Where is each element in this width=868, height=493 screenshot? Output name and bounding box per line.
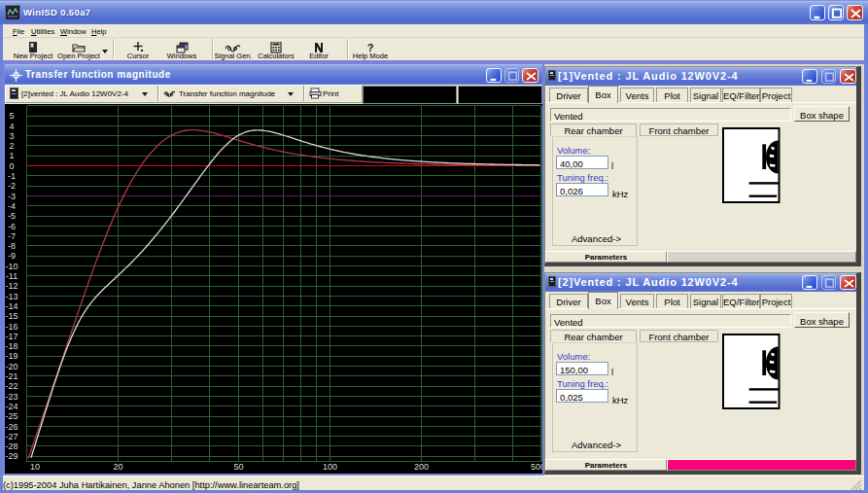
svg-text:3: 3 [9,131,14,141]
svg-text:-2: -2 [8,181,16,191]
svg-text:-24: -24 [5,402,17,411]
svg-text:500: 500 [531,462,542,472]
svg-text:-13: -13 [5,292,17,301]
svg-text:4: 4 [9,122,14,131]
svg-text:-20: -20 [5,362,17,371]
svg-text:10: 10 [30,462,40,472]
svg-text:-15: -15 [5,311,17,321]
svg-text:1: 1 [9,151,14,160]
svg-text:-3: -3 [8,192,16,201]
svg-text:-6: -6 [8,222,16,231]
svg-text:-26: -26 [5,422,17,432]
svg-text:-5: -5 [8,211,16,221]
svg-text:-17: -17 [5,332,17,341]
svg-text:-1: -1 [8,171,16,181]
svg-text:-14: -14 [5,301,17,311]
svg-text:-22: -22 [5,381,17,391]
svg-text:0: 0 [9,161,14,171]
svg-text:-8: -8 [8,241,16,251]
svg-text:-11: -11 [6,271,17,281]
svg-text:-28: -28 [5,441,17,451]
svg-text:-19: -19 [5,351,17,361]
svg-text:-16: -16 [5,322,17,332]
svg-text:-27: -27 [5,432,17,441]
svg-text:-18: -18 [5,341,17,351]
svg-text:50: 50 [234,462,244,472]
svg-text:-10: -10 [5,262,17,271]
svg-text:-21: -21 [5,371,17,381]
svg-text:200: 200 [414,462,429,472]
svg-text:2: 2 [9,141,14,151]
svg-text:-29: -29 [5,451,17,461]
svg-text:-9: -9 [8,251,16,261]
svg-text:5: 5 [9,111,14,121]
svg-text:-25: -25 [5,411,17,421]
svg-text:100: 100 [323,462,337,472]
svg-text:-7: -7 [8,231,16,241]
svg-text:-12: -12 [5,281,17,291]
svg-text:-23: -23 [5,392,17,402]
svg-text:-4: -4 [8,201,16,211]
svg-text:20: 20 [113,462,122,472]
